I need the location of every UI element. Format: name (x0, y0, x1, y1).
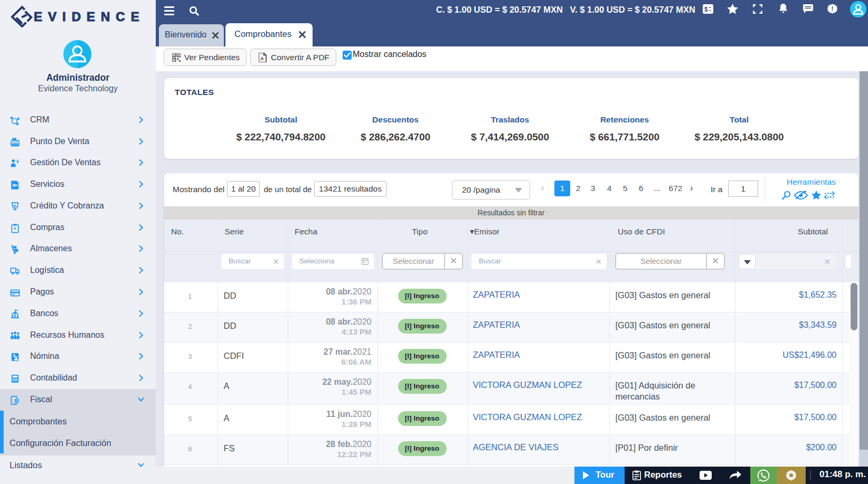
svg-text:*: * (804, 191, 807, 196)
svg-text:$: $ (704, 6, 708, 13)
svg-text:$: $ (13, 354, 15, 358)
svg-text:!: ! (831, 5, 833, 13)
svg-text:A: A (260, 56, 264, 61)
